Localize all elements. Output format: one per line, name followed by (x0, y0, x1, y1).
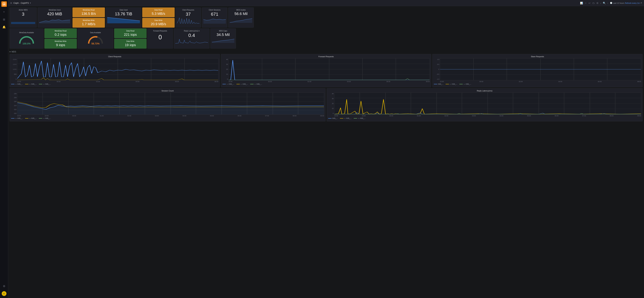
settings-icon[interactable]: ⚙ (2, 284, 6, 288)
data-read-iops-title: Data Read (116, 30, 145, 32)
forward-requests-title: Forward Requests (149, 30, 172, 32)
mds-inodes-value: 56.6 Mil (230, 12, 252, 16)
session-count-chart: Session Count 230228226224222220 (10, 88, 326, 121)
add-panel-icon[interactable]: + (2, 10, 6, 14)
metadata-write-iops-title: MetaData Write (46, 40, 75, 42)
dashboard-title: Ceph - CephFS ▾ (14, 2, 31, 4)
metadata-rw-panel: MetaData Read 136.5 B/s MetaData Write 1… (72, 8, 105, 28)
slave-requests-y-axis: 1.00.50-0.5-1.0 (434, 58, 440, 80)
reply-latency-legend: mds_... — mds_... — mds_... (328, 117, 641, 120)
charts-row1: Client Requests 2.0 K1.5 K1.0 K5000 (10, 54, 643, 87)
user-icon[interactable]: A (2, 291, 6, 296)
session-count-x-axis: 22:0023:0000:0001:0002:0003:0004:0005:00… (11, 115, 324, 117)
session-count-chart-area (17, 93, 324, 115)
client-sessions-sparkline (204, 17, 226, 25)
charts-row2: Session Count 230228226224222220 (10, 88, 643, 121)
metadata-available-title: MetaData Available (19, 32, 34, 34)
data-write-panel: Data Write 20.9 MB/s (142, 18, 174, 28)
reply-latency-sparkline (175, 38, 208, 47)
metadata-used-panel: MetaData Used 420 MiB (38, 8, 72, 28)
metadata-used-sparkline (39, 17, 70, 25)
forward-requests-x-axis: 22:0000:0002:0004:0006:0008:00 (222, 80, 430, 82)
grid-icon: ⊞ (10, 2, 12, 4)
metadata-read-panel: MetaData Read 136.5 B/s (72, 8, 105, 17)
zoom-out-icon[interactable]: 🔍 (603, 2, 606, 5)
data-write-iops-title: Data Write (116, 40, 145, 42)
data-read-panel: Data Read 5.3 MB/s (142, 8, 174, 17)
metadata-available-panel: MetaData Available 100.0% (10, 29, 44, 49)
client-requests-chart: Client Requests 2.0 K1.5 K1.0 K5000 (10, 54, 220, 87)
mds-caps-title: MDS Caps (212, 30, 234, 32)
metadata-write-title: MetaData Write (74, 20, 103, 21)
session-count-y-axis: 230228226224222220 (11, 93, 17, 115)
active-mds-value: 3 (11, 12, 35, 17)
svg-text:100.0%: 100.0% (22, 42, 31, 45)
topbar-actions: 📊 ☆ ↩ 🗀 ⚙ ‹ 🔍 › 🕐 Last 12 hours Refresh … (580, 2, 642, 5)
reply-latency-panel: Reply Latency(ms) ▾ 0.4 (174, 29, 210, 49)
slave-requests-chart-area (440, 58, 641, 80)
forward-requests-value: 0 (149, 34, 172, 41)
client-requests-title: Client Requests (177, 9, 200, 11)
data-write-title: Data Write (144, 20, 173, 21)
metadata-write-panel: MetaData Write 1.7 MB/s (72, 18, 105, 28)
slave-requests-legend: mds_... — mds_... — mds_... (434, 82, 641, 86)
client-requests-legend: — mds_... — mds_... — mds_... (11, 82, 218, 86)
session-count-chart-title: Session Count (11, 90, 324, 92)
share-icon[interactable]: ↩ (588, 2, 590, 5)
data-available-title: Data Available (90, 32, 101, 34)
metadata-read-value: 136.5 B/s (74, 12, 103, 16)
mds-inodes-sparkline (230, 16, 252, 25)
mds-section-header[interactable]: ▾ MDS (10, 50, 643, 54)
mds-caps-value: 34.5 Mil (212, 33, 234, 37)
mds-caps-panel: MDS Caps 34.5 Mil (210, 29, 236, 49)
app-logo[interactable] (1, 1, 7, 7)
data-gauge-svg: 58.73% (87, 34, 104, 45)
metadata-read-iops-panel: MetaData Read 0.2 iops (44, 29, 77, 38)
mds-inodes-panel: MDS Inodes 56.6 Mil (228, 8, 254, 28)
mds-caps-sparkline (212, 37, 234, 46)
prev-icon[interactable]: ‹ (600, 2, 601, 5)
alerts-icon[interactable]: 🔔 (2, 25, 6, 29)
data-iops-panel: Data Read 221 iops Data Write 19 iops (114, 29, 146, 49)
reply-latency-chart: Reply Latency(ms) 403020100 (326, 88, 643, 121)
client-sessions-title: Client Sessions (204, 9, 226, 11)
dashboard-icon[interactable]: ⊞ (2, 17, 6, 22)
mds-section-label: MDS (12, 51, 16, 53)
star-icon[interactable]: ☆ (584, 2, 587, 5)
refresh-icon[interactable]: ↺ (640, 2, 642, 4)
data-read-iops-panel: Data Read 221 iops (114, 29, 146, 38)
client-sessions-panel: Client Sessions 671 (202, 8, 227, 28)
data-write-value: 20.9 MB/s (144, 22, 173, 26)
forward-requests-chart-area (228, 58, 430, 80)
data-write-iops-value: 19 iops (116, 43, 145, 47)
time-range[interactable]: 🕐 Last 12 hours Refresh every 1m ↺ (610, 2, 642, 4)
main-area: ⊞ Ceph - CephFS ▾ 📊 ☆ ↩ 🗀 ⚙ ‹ 🔍 › 🕐 Last… (8, 0, 644, 298)
metadata-write-iops-value: 9 iops (46, 43, 75, 47)
metadata-write-value: 1.7 MB/s (74, 22, 103, 26)
data-used-title: Data Used (107, 9, 140, 11)
forward-requests-panel: Forward Requests 0 (148, 29, 173, 49)
chevron-down-icon: ▾ (10, 51, 10, 53)
content-area: Active MDS 3 MetaData Used 420 MiB (8, 6, 644, 298)
settings-gear-icon[interactable]: ⚙ (596, 2, 598, 5)
metadata-read-title: MetaData Read (74, 9, 103, 11)
chart-type-icon[interactable]: 📊 (580, 2, 583, 5)
next-icon[interactable]: › (608, 2, 608, 5)
client-requests-chart-area (17, 58, 218, 80)
mds-inodes-title: MDS Inodes (230, 9, 252, 11)
forward-requests-chart: Forward Requests 403020100 (221, 54, 431, 87)
client-requests-chart-title: Client Requests (11, 56, 218, 58)
dropdown-arrow[interactable]: ▾ (30, 2, 31, 4)
data-used-panel: Data Used 13.76 TiB (106, 8, 142, 28)
reply-latency-chart-area (334, 93, 641, 115)
forward-requests-legend: — mds_... — mds_... — mds_... (222, 82, 430, 86)
client-sessions-value: 671 (204, 12, 226, 17)
active-mds-sparkline (11, 17, 35, 25)
folder-icon[interactable]: 🗀 (592, 2, 595, 5)
data-used-value: 13.76 TiB (107, 12, 140, 17)
reply-latency-y-axis: 403020100 (328, 93, 334, 115)
data-available-panel: Data Available 58.73% (78, 29, 113, 49)
metadata-iops-panel: MetaData Read 0.2 iops MetaData Write 9 … (44, 29, 77, 49)
metadata-read-iops-title: MetaData Read (46, 30, 75, 32)
active-mds-title: Active MDS (11, 9, 35, 11)
